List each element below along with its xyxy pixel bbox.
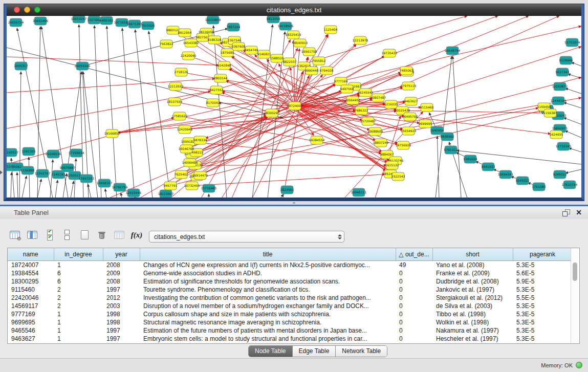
- graph-node[interactable]: 1159387: [543, 109, 557, 117]
- graph-node[interactable]: 16046766: [179, 145, 194, 153]
- graph-node[interactable]: 6794028: [320, 67, 334, 75]
- graph-node[interactable]: 1875685: [221, 49, 234, 57]
- graph-node[interactable]: 8822037: [283, 58, 297, 66]
- graph-node[interactable]: 2824561: [280, 186, 294, 194]
- graph-node[interactable]: 2718126: [175, 68, 188, 76]
- graph-node[interactable]: 30691406: [33, 17, 49, 25]
- minimize-window-button[interactable]: [24, 7, 30, 13]
- table-row[interactable]: 946362711997Embryonic stem cells: a mode…: [8, 335, 572, 343]
- float-panel-icon[interactable]: [562, 209, 570, 216]
- table-row[interactable]: 911546021997Tourette syndrome. Phenomeno…: [8, 286, 572, 294]
- graph-node[interactable]: 12420948: [177, 125, 193, 134]
- graph-node[interactable]: 26495768: [402, 113, 418, 121]
- graph-node[interactable]: 1591355: [22, 147, 36, 156]
- graph-node[interactable]: 8813054: [267, 16, 280, 23]
- graph-node[interactable]: 16961758: [301, 48, 317, 56]
- function-builder-icon[interactable]: f(x): [129, 228, 144, 242]
- graph-node[interactable]: 6466162: [100, 16, 114, 25]
- graph-node[interactable]: 9245022: [516, 177, 530, 185]
- graph-node[interactable]: 10653247: [71, 16, 87, 23]
- graph-node[interactable]: 16033809: [205, 16, 221, 24]
- table-header-cell-in-degree[interactable]: in_degree: [54, 248, 103, 261]
- graph-node[interactable]: 8170042: [206, 99, 220, 107]
- graph-node[interactable]: 12444194: [551, 97, 567, 105]
- graph-node[interactable]: 16648794: [445, 47, 461, 55]
- network-canvas[interactable]: 2405572430691406106532471527602646616210…: [7, 16, 581, 198]
- graph-node[interactable]: 19756928: [396, 141, 411, 149]
- graph-node[interactable]: 18300295: [264, 109, 280, 117]
- graph-node[interactable]: 12710345: [556, 142, 572, 150]
- graph-node[interactable]: 10732455: [184, 182, 200, 190]
- graph-node[interactable]: 19384554: [309, 136, 325, 144]
- graph-node[interactable]: 9227343: [556, 68, 570, 76]
- table-selector-combobox[interactable]: citations_edges.txt: [149, 231, 344, 243]
- graph-node[interactable]: 16946311: [351, 188, 367, 196]
- graph-node[interactable]: 20053346: [75, 62, 91, 70]
- graph-node[interactable]: 12213553: [168, 82, 184, 91]
- table-settings-icon[interactable]: ⚙: [7, 228, 23, 242]
- column-settings-icon[interactable]: [25, 228, 40, 242]
- graph-node[interactable]: 18107554: [167, 98, 183, 106]
- table-header-cell-name[interactable]: name: [8, 248, 54, 261]
- graph-node[interactable]: 10994341: [498, 170, 514, 179]
- graph-node[interactable]: 15716485: [201, 184, 217, 192]
- new-document-icon[interactable]: [77, 228, 92, 242]
- tab-network-table[interactable]: Network Table: [336, 346, 387, 357]
- graph-node[interactable]: 19218506: [278, 22, 294, 30]
- window-title-bar[interactable]: citations_edges.txt: [7, 4, 581, 16]
- graph-node[interactable]: 16543382: [183, 39, 199, 47]
- graph-node[interactable]: 18640910: [292, 39, 308, 47]
- panel-splitter[interactable]: [0, 201, 588, 205]
- graph-node[interactable]: 2367608: [232, 42, 246, 51]
- table-row[interactable]: 1938455462009Genome-wide association stu…: [8, 269, 572, 277]
- graph-node[interactable]: 1761080: [532, 183, 546, 191]
- graph-node[interactable]: 9391624: [464, 155, 477, 163]
- graph-node[interactable]: 9242848: [217, 61, 231, 70]
- graph-node[interactable]: 12342757: [35, 169, 51, 178]
- graph-node[interactable]: 9146821: [257, 50, 271, 58]
- graph-node[interactable]: 2803144: [214, 74, 228, 82]
- graph-node[interactable]: 15751074: [564, 38, 580, 47]
- tab-node-table[interactable]: Node Table: [249, 346, 293, 357]
- graph-node[interactable]: 6216035: [384, 100, 398, 108]
- graph-node[interactable]: 10688609: [367, 127, 383, 136]
- graph-node[interactable]: 18724007: [287, 102, 303, 110]
- table-vertical-scrollbar[interactable]: [571, 248, 579, 343]
- graph-node[interactable]: 19166852: [104, 129, 120, 138]
- graph-node[interactable]: 7485063: [400, 67, 413, 75]
- graph-node[interactable]: 17359934: [69, 149, 84, 157]
- graph-node[interactable]: 17610754: [562, 181, 578, 189]
- graph-node[interactable]: 7515526: [141, 21, 155, 30]
- graph-node[interactable]: 8541933: [482, 163, 495, 171]
- graph-node[interactable]: 9777169: [334, 77, 348, 85]
- graph-node[interactable]: 10958167: [97, 179, 113, 187]
- table-row[interactable]: 946554611997Estimation of the future num…: [8, 326, 572, 335]
- graph-node[interactable]: 17975115: [401, 82, 417, 90]
- graph-node[interactable]: 9129946: [559, 56, 573, 64]
- network-canvas-svg[interactable]: 2405572430691406106532471527602646616210…: [7, 16, 581, 198]
- graph-node[interactable]: 7563822: [160, 40, 173, 48]
- graph-node[interactable]: 9463627: [404, 97, 418, 105]
- graph-node[interactable]: 18325419: [286, 31, 301, 39]
- close-panel-icon[interactable]: ✕: [576, 208, 582, 216]
- table-header-cell-title[interactable]: title: [140, 248, 396, 261]
- graph-node[interactable]: 25160537: [7, 148, 18, 157]
- graph-node[interactable]: 12093872: [552, 82, 568, 91]
- graph-node[interactable]: 9699695: [419, 120, 432, 128]
- graph-node[interactable]: 9115460: [420, 103, 434, 112]
- graph-node[interactable]: 1615132: [385, 161, 399, 169]
- graph-node[interactable]: 1125404: [324, 26, 338, 34]
- graph-node[interactable]: 1624655: [550, 130, 563, 139]
- graph-node[interactable]: 16914479: [192, 171, 208, 180]
- table-row[interactable]: 1456911722003Disruption of a novel membe…: [8, 302, 572, 310]
- graph-node[interactable]: 2055317: [14, 62, 28, 70]
- graph-node[interactable]: 7625402: [175, 170, 188, 179]
- graph-node[interactable]: 9990448: [305, 67, 319, 75]
- table-header-cell-year[interactable]: year: [103, 248, 140, 261]
- table-row[interactable]: 2242004622012Investigating the contribut…: [8, 294, 572, 302]
- graph-node[interactable]: 18223467: [158, 190, 174, 198]
- scrollbar-thumb[interactable]: [573, 262, 577, 281]
- graph-node[interactable]: 15720487: [360, 117, 376, 125]
- graph-node[interactable]: 9457791: [164, 182, 178, 190]
- graph-node[interactable]: 6497568: [340, 85, 354, 93]
